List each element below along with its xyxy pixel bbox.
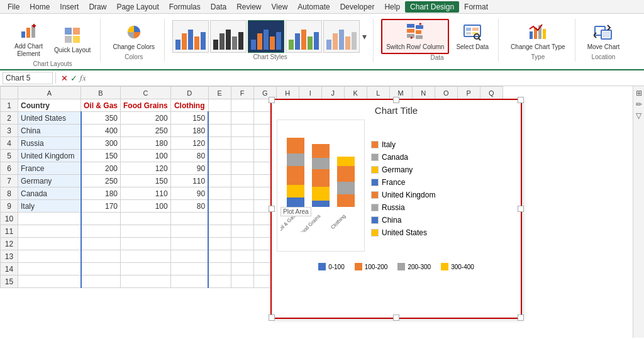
chart-resize-top-right[interactable] [518,97,524,103]
row-header-5[interactable]: 5 [1,150,18,162]
name-box[interactable]: Chart 5 [3,72,53,84]
cell-r14-c1[interactable] [81,263,121,275]
cell-r3-c2[interactable]: 250 [121,125,171,137]
right-panel-icon-2[interactable]: ✏ [635,100,643,109]
cell-r3-c4[interactable] [208,125,231,137]
cell-r13-c3[interactable] [170,250,208,263]
col-header-e[interactable]: E [208,87,231,99]
chart-resize-bottom-left[interactable] [269,314,275,321]
cell-r5-c0[interactable]: United Kingdom [18,150,81,162]
chart-resize-bottom[interactable] [393,314,399,321]
cell-r10-c2[interactable] [121,213,171,225]
menu-chart-design[interactable]: Chart Design [405,1,459,13]
chart-style-4[interactable] [286,20,322,53]
cell-r9-c5[interactable] [231,200,253,213]
chart-style-2[interactable] [210,20,247,53]
cell-r1-c4[interactable] [208,99,231,112]
cell-r4-c0[interactable]: Russia [18,137,81,150]
row-header-13[interactable]: 13 [1,250,18,263]
cell-r6-c2[interactable]: 120 [121,162,171,175]
menu-developer[interactable]: Developer [335,1,380,13]
menu-automate[interactable]: Automate [292,1,335,13]
change-chart-type-button[interactable]: Change Chart Type [506,19,570,53]
menu-help[interactable]: Help [379,1,405,13]
row-header-14[interactable]: 14 [1,263,18,275]
cell-r4-c2[interactable]: 180 [121,137,171,150]
col-header-f[interactable]: F [231,87,253,99]
cell-r7-c4[interactable] [208,175,231,187]
cell-r14-c5[interactable] [231,263,253,275]
confirm-formula-icon[interactable]: ✓ [70,74,77,83]
cell-r8-c2[interactable]: 110 [121,187,171,200]
chart-resize-top[interactable] [393,97,399,103]
cell-r11-c1[interactable] [81,225,121,238]
menu-review[interactable]: Review [231,1,266,13]
cell-r10-c3[interactable] [170,213,208,225]
menu-home[interactable]: Home [25,1,55,13]
col-header-c[interactable]: C [121,87,171,99]
menu-view[interactable]: View [267,1,293,13]
cell-r4-c5[interactable] [231,137,253,150]
menu-data[interactable]: Data [206,1,231,13]
row-header-11[interactable]: 11 [1,225,18,238]
cell-r3-c1[interactable]: 400 [81,125,121,137]
add-chart-element-button[interactable]: Add Chart Element [10,19,47,60]
cell-r4-c3[interactable]: 120 [170,137,208,150]
cell-r1-c0[interactable]: Country [18,99,81,112]
cell-r11-c3[interactable] [170,225,208,238]
cell-r8-c3[interactable]: 90 [170,187,208,200]
cell-r7-c5[interactable] [231,175,253,187]
cell-r1-c5[interactable] [231,99,253,112]
row-header-2[interactable]: 2 [1,112,18,125]
cell-r13-c5[interactable] [231,250,253,263]
cell-r6-c4[interactable] [208,162,231,175]
cell-r10-c5[interactable] [231,213,253,225]
col-header-j[interactable]: J [321,87,344,99]
col-header-a[interactable]: A [18,87,81,99]
cell-r11-c2[interactable] [121,225,171,238]
cell-r2-c5[interactable] [231,112,253,125]
row-header-10[interactable]: 10 [1,213,18,225]
cell-r13-c1[interactable] [81,250,121,263]
cell-r13-c0[interactable] [18,250,81,263]
cell-r6-c5[interactable] [231,162,253,175]
cell-r1-c2[interactable]: Food Grains [121,99,171,112]
col-header-p[interactable]: P [457,87,480,99]
cell-r10-c0[interactable] [18,213,81,225]
col-header-b[interactable]: B [81,87,121,99]
chart-resize-bottom-right[interactable] [518,314,524,321]
cell-r6-c1[interactable]: 200 [81,162,121,175]
cell-r14-c0[interactable] [18,263,81,275]
row-header-7[interactable]: 7 [1,175,18,187]
cell-r10-c4[interactable] [208,213,231,225]
cell-r7-c2[interactable]: 150 [121,175,171,187]
row-header-1[interactable]: 1 [1,99,18,112]
col-header-d[interactable]: D [170,87,208,99]
cell-r12-c4[interactable] [208,238,231,250]
formula-input[interactable] [89,72,641,84]
insert-function-icon[interactable]: 𝑓𝑥 [80,73,86,83]
right-panel-icon-1[interactable]: ⊞ [635,89,643,97]
menu-formulas[interactable]: Formulas [164,1,206,13]
cell-r14-c4[interactable] [208,263,231,275]
cell-r15-c4[interactable] [208,275,231,288]
cell-r5-c5[interactable] [231,150,253,162]
menu-format[interactable]: Format [459,1,493,13]
cell-r6-c3[interactable]: 90 [170,162,208,175]
cell-r14-c2[interactable] [121,263,171,275]
col-header-i[interactable]: I [299,87,321,99]
chart-style-3[interactable] [248,20,284,53]
cell-r8-c5[interactable] [231,187,253,200]
cell-r2-c3[interactable]: 150 [170,112,208,125]
col-header-h[interactable]: H [276,87,299,99]
row-header-15[interactable]: 15 [1,275,18,288]
cancel-formula-icon[interactable]: ✕ [61,74,68,83]
switch-row-column-button[interactable]: Switch Row/ Column [381,19,449,54]
menu-page-layout[interactable]: Page Layout [111,1,164,13]
cell-r1-c3[interactable]: Clothing [170,99,208,112]
cell-r14-c3[interactable] [170,263,208,275]
cell-r8-c0[interactable]: Canada [18,187,81,200]
cell-r4-c4[interactable] [208,137,231,150]
chart-resize-right[interactable] [518,206,524,212]
cell-r4-c1[interactable]: 300 [81,137,121,150]
